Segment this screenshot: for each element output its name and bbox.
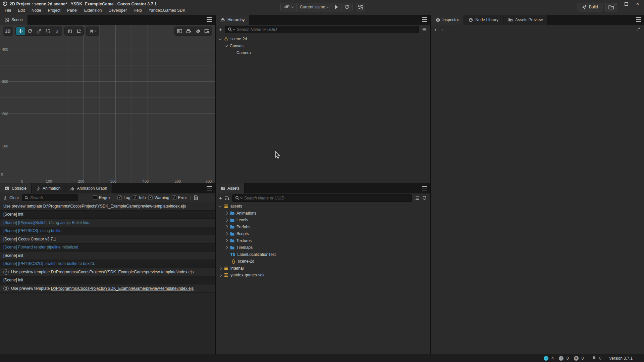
scene-viewport[interactable]: 400 300 200 100 0 0 100 200 300 400 500 … (0, 25, 215, 183)
search-type-caret[interactable] (233, 28, 235, 30)
assets-search-box[interactable] (232, 194, 412, 202)
pin-inspector-button[interactable] (636, 27, 641, 32)
log-row[interactable]: [Scene] Forward render pipeline initiali… (0, 243, 215, 252)
log-file-link[interactable]: D:\Programms\CocosProjects\YSDK_ExampleG… (51, 270, 194, 274)
scene-select-dropdown[interactable]: Current scene (297, 3, 332, 11)
log-row[interactable]: [Scene] init (0, 252, 215, 260)
tab-assets[interactable]: Assets (216, 183, 245, 193)
hierarchy-search-input[interactable] (237, 27, 416, 32)
aspect-ratio-button[interactable] (175, 27, 184, 35)
asset-row-tilemaps[interactable]: Tilemaps (216, 244, 430, 251)
move-tool-button[interactable] (16, 27, 25, 35)
asset-row-animations[interactable]: Animations (216, 210, 430, 217)
asset-row-prefabs[interactable]: Prefabs (216, 224, 430, 231)
error-status-icon[interactable]: × (574, 356, 579, 361)
expand-caret-icon[interactable] (224, 239, 228, 242)
build-button[interactable]: Build (578, 3, 602, 11)
assets-search-input[interactable] (244, 196, 409, 200)
asset-row-labellocalizationtest[interactable]: TS LabelLocalizationTest (216, 251, 430, 258)
sort-assets-button[interactable] (225, 196, 229, 200)
expand-caret-icon[interactable] (218, 267, 222, 270)
console-search-box[interactable] (22, 194, 78, 201)
hierarchy-expand-list-button[interactable] (422, 28, 427, 32)
snap-settings-dropdown[interactable] (87, 27, 98, 35)
create-node-button[interactable]: + (219, 27, 222, 32)
asset-row-textures[interactable]: Textures (216, 237, 430, 244)
menu-help[interactable]: Help (130, 8, 145, 13)
transform-gizmo-button[interactable]: ∪ (52, 27, 61, 35)
assets-expand-list-button[interactable] (415, 196, 420, 200)
asset-row-scene-2d[interactable]: scene-2d (216, 258, 430, 265)
expand-caret-icon[interactable] (224, 232, 228, 235)
assets-menu-button[interactable] (422, 186, 427, 190)
log-row[interactable]: [Scene] [PHYSICS2D]: switch from builtin… (0, 260, 215, 268)
close-button[interactable]: × (633, 0, 642, 8)
asset-row-yandex-games-sdk[interactable]: yandex-games-sdk (216, 272, 430, 279)
log-row[interactable]: 3Use preview template D:\Programms\Cocos… (0, 284, 215, 293)
filter-info-checkbox[interactable]: ✓ Info (133, 195, 146, 200)
hierarchy-node-camera[interactable]: Camera (216, 49, 430, 56)
asset-row-assets[interactable]: assets (216, 203, 430, 210)
menu-edit[interactable]: Edit (14, 8, 28, 13)
log-file-link[interactable]: D:\Programms\CocosProjects\YSDK_ExampleG… (43, 204, 186, 209)
rotate-tool-button[interactable] (25, 27, 34, 35)
menu-panel[interactable]: Panel (64, 8, 81, 13)
pivot-position-button[interactable] (65, 27, 74, 35)
scene-settings-button[interactable] (193, 27, 202, 35)
tab-inspector[interactable]: Inspector (431, 15, 464, 25)
hierarchy-search-box[interactable] (225, 26, 419, 33)
minimize-button[interactable] (610, 0, 619, 8)
menu-developer[interactable]: Developer (105, 8, 130, 13)
expand-caret-icon[interactable] (224, 225, 228, 229)
tab-hierarchy[interactable]: Hierarchy (216, 15, 250, 25)
preview-qr-button[interactable] (356, 3, 365, 11)
log-row[interactable]: [Scene] init (0, 211, 215, 219)
log-row[interactable]: [Scene] [PHYSICS]: using builtin. (0, 227, 215, 235)
toggle-2d-3d-button[interactable]: 2D (3, 27, 12, 35)
console-menu-button[interactable] (207, 186, 212, 190)
bell-icon[interactable] (592, 356, 596, 360)
asset-row-internal[interactable]: internal (216, 265, 430, 272)
log-row[interactable]: [Scene] Cocos Creator v3.7.1 (0, 235, 215, 243)
menu-node[interactable]: Node (28, 8, 45, 13)
expand-caret-icon[interactable] (224, 246, 228, 249)
menu-file[interactable]: File (1, 8, 14, 13)
tab-node-library[interactable]: Node Library (464, 15, 503, 25)
tab-animation[interactable]: Animation (32, 183, 65, 193)
asset-row-levels[interactable]: Levels (216, 217, 430, 224)
hierarchy-menu-button[interactable] (422, 17, 427, 22)
tab-assets-preview[interactable]: Assets Preview (503, 15, 548, 25)
log-row[interactable]: 2Use preview template D:\Programms\Cocos… (0, 268, 215, 276)
create-asset-button[interactable]: + (219, 195, 222, 200)
tab-animation-graph[interactable]: Animation Graph (65, 183, 112, 193)
history-forward-button[interactable]: › (442, 27, 444, 33)
warning-status-icon[interactable]: ! (559, 356, 564, 361)
log-row[interactable]: [Scene] init (0, 276, 215, 285)
filter-log-checkbox[interactable]: ✓ Log (117, 195, 130, 200)
console-search-input[interactable] (30, 195, 75, 200)
expand-caret-icon[interactable] (218, 273, 222, 277)
preview-target-dropdown[interactable] (281, 3, 297, 11)
filter-regex-checkbox[interactable]: Regex (93, 195, 111, 200)
maximize-button[interactable] (622, 0, 631, 8)
expand-caret-icon[interactable] (224, 212, 228, 215)
tab-scene[interactable]: Scene (0, 15, 28, 25)
menu-yandex-games-sdk[interactable]: Yandex.Games SDK (145, 8, 189, 13)
scale-tool-button[interactable] (34, 27, 43, 35)
scene-camera-button[interactable] (184, 27, 193, 35)
play-button[interactable] (332, 3, 341, 11)
asset-row-scripts[interactable]: Scripts (216, 230, 430, 237)
tab-console[interactable]: Console (0, 183, 32, 193)
log-row[interactable]: Use preview template D:\Programms\CocosP… (0, 202, 215, 211)
hierarchy-node-canvas[interactable]: Canvas (216, 43, 430, 50)
search-type-caret[interactable] (240, 196, 243, 199)
expand-caret-icon[interactable] (224, 218, 228, 222)
reload-button[interactable] (341, 3, 352, 11)
menu-extension[interactable]: Extension (81, 8, 105, 13)
hierarchy-node-scene-2d[interactable]: scene-2d (216, 36, 430, 43)
inspector-menu-button[interactable] (636, 17, 641, 22)
refresh-assets-button[interactable] (422, 196, 427, 200)
collapse-caret-icon[interactable] (218, 37, 222, 40)
rect-tool-button[interactable] (43, 27, 52, 35)
rotation-space-button[interactable] (74, 27, 83, 35)
